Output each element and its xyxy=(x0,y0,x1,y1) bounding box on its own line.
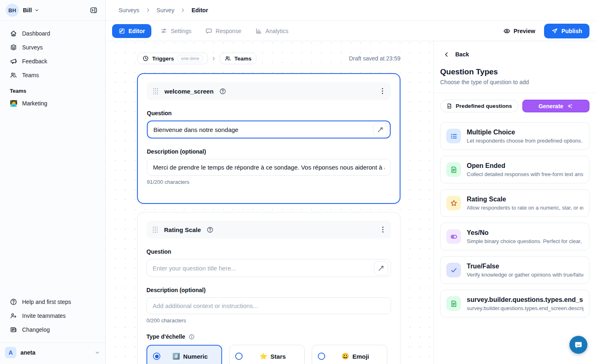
breadcrumb: Surveys Survey Editor xyxy=(106,0,596,21)
teams-chip[interactable]: Teams xyxy=(220,53,256,64)
draft-status: Draft saved at 23:59 xyxy=(349,55,400,62)
question-card-title: Rating Scale xyxy=(164,226,201,233)
question-type-rating-scale[interactable]: Rating Scale Allow respondents to rate o… xyxy=(440,189,589,217)
smiley-emoji-icon: 😃 xyxy=(342,353,349,360)
canvas-top-bar: Triggers one-time Teams Draft saved at 2… xyxy=(137,53,400,64)
sidebar-nav: Dashboard Surveys Feedback Teams Teams 🧑… xyxy=(0,21,105,110)
type-description: Let respondents choose from predefined o… xyxy=(467,138,583,144)
magic-wand-icon xyxy=(378,265,385,272)
ai-improve-button[interactable] xyxy=(374,261,388,275)
sidebar-item-help[interactable]: Help and first steps xyxy=(5,295,100,309)
card-menu-button[interactable] xyxy=(380,86,385,96)
breadcrumb-survey[interactable]: Survey xyxy=(157,7,175,13)
panel-title: Question Types xyxy=(440,67,589,76)
predefined-questions-label: Predefined questions xyxy=(456,103,512,109)
toggle-icon xyxy=(446,229,461,244)
home-icon xyxy=(10,30,17,37)
option-label: Stars xyxy=(270,353,286,360)
megaphone-icon xyxy=(10,58,17,65)
sidebar-collapse-button[interactable] xyxy=(88,4,99,16)
newspaper-icon xyxy=(10,326,17,333)
type-title: True/False xyxy=(467,263,583,270)
info-icon[interactable] xyxy=(189,334,195,340)
question-card-title: welcome_screen xyxy=(164,88,214,95)
question-type-yes-no[interactable]: Yes/No Simple binary choice questions. P… xyxy=(440,223,589,250)
question-title-input[interactable] xyxy=(148,126,373,133)
help-circle-icon[interactable] xyxy=(219,88,226,95)
description-input[interactable] xyxy=(146,297,391,314)
check-icon xyxy=(446,263,461,277)
tab-analytics[interactable]: Analytics xyxy=(250,24,293,38)
drag-handle-icon[interactable] xyxy=(153,87,159,95)
question-card-rating-scale[interactable]: Rating Scale Question Description (op xyxy=(137,212,400,364)
radio-selected[interactable] xyxy=(153,353,160,360)
avatar: BH xyxy=(6,4,19,17)
tab-response[interactable]: Response xyxy=(200,24,246,38)
chat-launcher-button[interactable] xyxy=(569,336,587,354)
breadcrumb-surveys[interactable]: Surveys xyxy=(119,7,139,13)
predefined-questions-button[interactable]: Predefined questions xyxy=(440,100,518,112)
question-card-welcome-screen[interactable]: welcome_screen Question Description ( xyxy=(137,73,400,204)
help-circle-icon[interactable] xyxy=(207,226,214,233)
sidebar-item-label: Changelog xyxy=(22,326,50,333)
type-title: Yes/No xyxy=(467,229,583,237)
account-name: aneta xyxy=(20,349,90,356)
sidebar-item-teams[interactable]: Teams xyxy=(5,68,100,82)
generate-label: Generate xyxy=(538,103,563,109)
sidebar-item-surveys[interactable]: Surveys xyxy=(5,40,100,54)
list-icon xyxy=(446,129,461,143)
tab-settings[interactable]: Settings xyxy=(155,24,196,38)
help-circle-icon xyxy=(10,298,17,306)
description-label: Description (optional) xyxy=(147,148,391,155)
triggers-label: Triggers xyxy=(152,56,174,62)
sidebar-spacer xyxy=(0,110,105,291)
tab-editor[interactable]: Editor xyxy=(112,24,151,38)
ai-improve-button[interactable] xyxy=(373,123,387,137)
type-description: Allow respondents to rate on a numeric, … xyxy=(467,205,583,211)
workspace-name: Bill xyxy=(23,7,32,13)
question-type-true-false[interactable]: True/False Verify knowledge or gather op… xyxy=(440,256,589,284)
description-input[interactable] xyxy=(147,159,391,176)
bar-chart-icon xyxy=(255,27,262,34)
question-type-open-ended[interactable]: Open Ended Collect detailed responses wi… xyxy=(440,156,589,183)
team-name: Marketing xyxy=(22,100,47,107)
publish-button[interactable]: Publish xyxy=(544,24,589,38)
panel-subtitle: Choose the type of question to add xyxy=(440,79,589,85)
teams-section-header: Teams xyxy=(5,82,100,96)
numeric-emoji-icon: #️⃣ xyxy=(172,353,180,360)
workspace-switcher[interactable]: BH Bill xyxy=(6,4,39,17)
sidebar-item-invite[interactable]: Invite teammates xyxy=(5,309,100,323)
avatar: A xyxy=(5,347,16,358)
question-type-multiple-choice[interactable]: Multiple Choice Let respondents choose f… xyxy=(440,122,589,150)
scale-option-emoji[interactable]: 😃 Emoji xyxy=(312,345,387,364)
scale-option-stars[interactable]: ⭐ Stars xyxy=(229,345,305,364)
scale-option-numeric[interactable]: #️⃣ Numeric xyxy=(146,345,222,364)
tab-label: Response xyxy=(216,28,241,34)
type-title: Open Ended xyxy=(467,162,583,170)
sidebar-item-feedback[interactable]: Feedback xyxy=(5,54,100,68)
sidebar-footer: Help and first steps Invite teammates Ch… xyxy=(0,291,105,339)
sidebar-item-marketing[interactable]: 🧑‍💻 Marketing xyxy=(5,96,100,110)
team-emoji-icon: 🧑‍💻 xyxy=(10,100,17,107)
question-type-end-screen[interactable]: survey.builder.questions.types.end_scr..… xyxy=(440,290,589,317)
kebab-menu-icon xyxy=(382,226,384,233)
sidebar-item-label: Dashboard xyxy=(22,30,50,37)
teams-chip-label: Teams xyxy=(234,56,252,62)
sidebar-item-changelog[interactable]: Changelog xyxy=(5,323,100,337)
question-title-input[interactable] xyxy=(147,265,374,272)
type-title: Multiple Choice xyxy=(467,129,583,136)
type-description: Simple binary choice questions. Perfect … xyxy=(467,238,583,244)
generate-button[interactable]: Generate xyxy=(522,100,590,112)
chevron-right-icon xyxy=(145,7,151,13)
back-button[interactable]: Back xyxy=(440,51,589,58)
account-menu[interactable]: A aneta xyxy=(0,342,105,364)
radio-unselected[interactable] xyxy=(235,353,243,360)
drag-handle-icon[interactable] xyxy=(152,226,158,234)
card-menu-button[interactable] xyxy=(380,225,385,234)
radio-unselected[interactable] xyxy=(318,353,325,360)
type-description: survey.builder.questions.types.end_scree… xyxy=(467,305,583,311)
triggers-chip[interactable]: Triggers one-time xyxy=(137,53,208,64)
sidebar-item-label: Surveys xyxy=(22,44,43,51)
sidebar-item-dashboard[interactable]: Dashboard xyxy=(5,27,100,40)
preview-button[interactable]: Preview xyxy=(503,27,535,35)
